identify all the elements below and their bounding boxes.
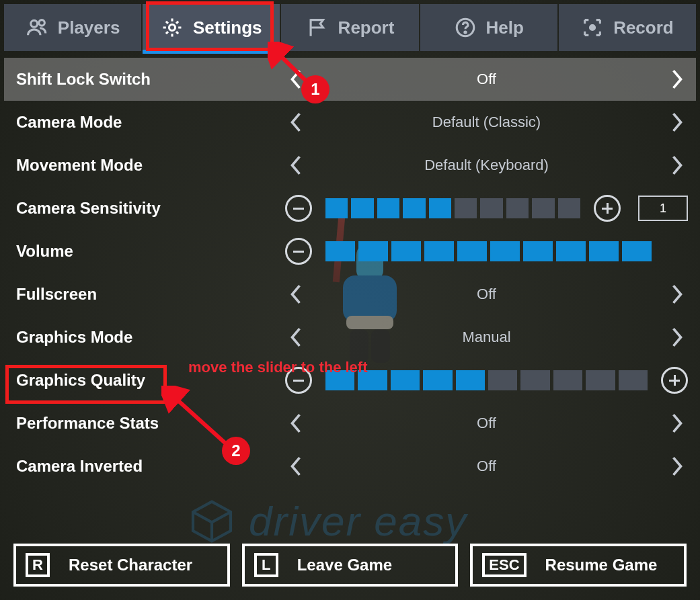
setting-value: Off [313, 415, 660, 432]
decrease-button[interactable] [285, 367, 312, 394]
button-label: Reset Character [69, 556, 192, 574]
reset-character-button[interactable]: R Reset Character [13, 544, 230, 587]
slider-segment[interactable] [619, 370, 648, 390]
next-button[interactable] [666, 450, 688, 482]
next-button[interactable] [666, 106, 688, 138]
tab-help[interactable]: Help [420, 4, 557, 51]
tab-label: Report [338, 17, 395, 38]
next-button[interactable] [666, 149, 688, 181]
slider-segment[interactable] [520, 370, 549, 390]
slider-segment[interactable] [456, 370, 485, 390]
slider-segment[interactable] [589, 241, 619, 261]
tab-bar: Players Settings Report Help Record [4, 4, 696, 51]
bottom-button-bar: R Reset Character L Leave Game ESC Resum… [13, 544, 687, 587]
graphics-quality-slider[interactable] [325, 370, 648, 390]
tab-record[interactable]: Record [559, 4, 696, 51]
next-button[interactable] [666, 407, 688, 439]
setting-shift-lock: Shift Lock Switch Off [4, 58, 696, 101]
setting-value: Default (Keyboard) [313, 157, 660, 174]
slider-segment[interactable] [455, 198, 477, 218]
increase-button[interactable] [661, 367, 688, 394]
slider-segment[interactable] [391, 370, 420, 390]
slider-segment[interactable] [523, 241, 553, 261]
prev-button[interactable] [285, 278, 307, 310]
setting-label: Fullscreen [16, 285, 285, 304]
setting-value: Off [313, 458, 660, 475]
sensitivity-slider[interactable] [325, 198, 580, 218]
setting-label: Movement Mode [16, 156, 285, 175]
slider-segment[interactable] [429, 198, 451, 218]
setting-label: Shift Lock Switch [16, 70, 285, 89]
slider-segment[interactable] [424, 241, 454, 261]
slider-segment[interactable] [488, 370, 517, 390]
setting-label: Volume [16, 242, 285, 261]
setting-value: Off [313, 286, 660, 303]
slider-segment[interactable] [457, 241, 487, 261]
tab-label: Help [486, 17, 524, 38]
prev-button[interactable] [285, 106, 307, 138]
slider-segment[interactable] [325, 241, 355, 261]
setting-fullscreen: Fullscreen Off [4, 273, 696, 316]
leave-game-button[interactable]: L Leave Game [242, 544, 459, 587]
tab-label: Record [613, 17, 674, 38]
keycap: L [254, 553, 278, 577]
next-button[interactable] [666, 63, 688, 95]
watermark: driver easy [188, 497, 467, 545]
prev-button[interactable] [285, 450, 307, 482]
gear-icon [161, 16, 184, 39]
slider-segment[interactable] [351, 198, 373, 218]
slider-segment[interactable] [532, 198, 554, 218]
tab-players[interactable]: Players [4, 4, 141, 51]
decrease-button[interactable] [285, 195, 312, 222]
slider-segment[interactable] [423, 370, 452, 390]
slider-segment[interactable] [586, 370, 615, 390]
setting-graphics-mode: Graphics Mode Manual [4, 316, 696, 359]
decrease-button[interactable] [285, 238, 312, 265]
tab-label: Settings [193, 17, 262, 38]
prev-button[interactable] [285, 63, 307, 95]
settings-panel: Shift Lock Switch Off Camera Mode Defaul… [4, 58, 696, 488]
slider-segment[interactable] [325, 198, 348, 218]
slider-segment[interactable] [506, 198, 529, 218]
setting-label: Camera Inverted [16, 457, 285, 476]
setting-camera-mode: Camera Mode Default (Classic) [4, 101, 696, 144]
svg-point-2 [31, 20, 38, 27]
tab-settings[interactable]: Settings [143, 4, 280, 51]
keycap: R [26, 553, 50, 577]
slider-segment[interactable] [490, 241, 520, 261]
slider-segment[interactable] [556, 241, 586, 261]
prev-button[interactable] [285, 149, 307, 181]
next-button[interactable] [666, 278, 688, 310]
slider-segment[interactable] [553, 370, 582, 390]
tab-label: Players [58, 17, 120, 38]
setting-value: Off [313, 71, 660, 88]
help-icon [454, 16, 477, 39]
slider-segment[interactable] [358, 241, 388, 261]
slider-segment[interactable] [325, 370, 354, 390]
setting-label: Performance Stats [16, 414, 285, 433]
prev-button[interactable] [285, 321, 307, 353]
volume-slider[interactable] [325, 241, 652, 261]
slider-segment[interactable] [558, 198, 580, 218]
resume-game-button[interactable]: ESC Resume Game [470, 544, 687, 587]
setting-performance-stats: Performance Stats Off [4, 402, 696, 445]
slider-segment[interactable] [377, 198, 399, 218]
prev-button[interactable] [285, 407, 307, 439]
button-label: Leave Game [297, 556, 392, 574]
increase-button[interactable] [594, 195, 621, 222]
players-icon [26, 16, 48, 39]
setting-label: Camera Mode [16, 113, 285, 132]
slider-segment[interactable] [480, 198, 502, 218]
svg-point-7 [464, 32, 465, 33]
svg-point-8 [590, 25, 595, 30]
setting-label: Graphics Quality [16, 371, 285, 390]
setting-movement-mode: Movement Mode Default (Keyboard) [4, 144, 696, 187]
slider-segment[interactable] [358, 370, 387, 390]
setting-camera-sensitivity: Camera Sensitivity 1 [4, 187, 696, 230]
sensitivity-value-box[interactable]: 1 [638, 196, 688, 221]
slider-segment[interactable] [403, 198, 425, 218]
slider-segment[interactable] [622, 241, 652, 261]
slider-segment[interactable] [391, 241, 421, 261]
next-button[interactable] [666, 321, 688, 353]
tab-report[interactable]: Report [281, 4, 418, 51]
